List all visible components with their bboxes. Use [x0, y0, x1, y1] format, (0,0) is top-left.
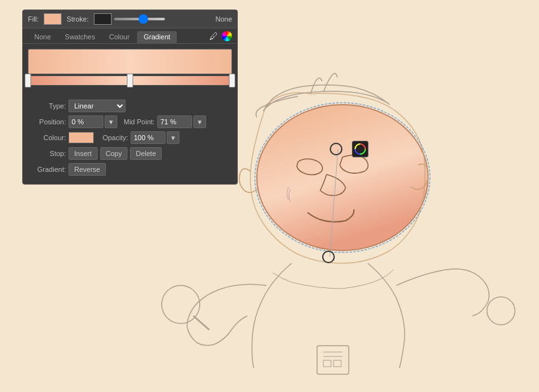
type-label: Type: [28, 102, 66, 110]
midpoint-label: Mid Point: [120, 118, 155, 126]
gradient-preview-area [23, 44, 237, 97]
color-wheel-icon[interactable] [222, 31, 232, 41]
opacity-dropdown[interactable]: ▼ [167, 131, 179, 144]
tab-gradient[interactable]: Gradient [137, 31, 176, 43]
opacity-control: ▼ [131, 131, 179, 144]
gradient-bar-container [28, 49, 232, 88]
top-bar: Fill: Stroke: None [23, 10, 237, 29]
gradient-handle-top[interactable] [330, 143, 342, 155]
fill-label: Fill: [28, 15, 39, 23]
colour-preview-swatch[interactable] [68, 132, 94, 143]
opacity-input[interactable] [131, 131, 166, 144]
gradient-stop-right[interactable] [229, 74, 235, 88]
insert-button[interactable]: Insert [68, 147, 98, 160]
gradient-handle-bottom[interactable] [322, 251, 335, 263]
stroke-width-slider[interactable] [114, 18, 165, 20]
colour-row: Colour: Opacity: ▼ [28, 131, 232, 144]
stop-row: Stop: Insert Copy Delete [28, 147, 232, 160]
midpoint-input[interactable] [157, 115, 192, 128]
gradient-track-area [28, 75, 232, 88]
stroke-area [94, 13, 211, 25]
none-label: None [216, 15, 232, 23]
stop-label: Stop: [28, 150, 66, 157]
gradient-stop-left[interactable] [25, 74, 31, 88]
reverse-button[interactable]: Reverse [68, 163, 106, 176]
type-row: Type: Linear Radial Conical Diamond [28, 100, 232, 112]
position-control: ▼ [68, 115, 117, 128]
position-dropdown[interactable]: ▼ [105, 115, 117, 128]
tab-none[interactable]: None [28, 31, 57, 43]
tab-colour[interactable]: Colour [103, 31, 136, 43]
gradient-stop-mid[interactable] [127, 74, 133, 88]
eyedropper-icon[interactable]: 🖊 [209, 31, 218, 41]
position-input[interactable] [68, 115, 103, 128]
stroke-label: Stroke: [67, 15, 89, 23]
midpoint-control: ▼ [157, 115, 206, 128]
copy-button[interactable]: Copy [100, 147, 128, 160]
gradient-panel: Fill: Stroke: None None Swatches Colour … [22, 10, 238, 185]
stroke-color-swatch[interactable] [94, 13, 112, 25]
colour-label: Colour: [28, 134, 66, 141]
svg-point-1 [257, 105, 428, 251]
fill-color-swatch[interactable] [44, 13, 62, 25]
stroke-slider-container [114, 18, 165, 20]
opacity-label: Opacity: [96, 134, 128, 141]
gradient-label: Gradient: [28, 166, 66, 173]
tab-bar: None Swatches Colour Gradient 🖊 [23, 29, 237, 44]
color-tool-icon[interactable] [352, 141, 368, 157]
delete-button[interactable]: Delete [130, 147, 162, 160]
tab-swatches[interactable]: Swatches [58, 31, 101, 43]
position-label: Position: [28, 118, 66, 126]
panel-fields: Type: Linear Radial Conical Diamond Posi… [23, 97, 237, 184]
gradient-row: Gradient: Reverse [28, 163, 232, 176]
gradient-display [28, 49, 232, 74]
midpoint-dropdown[interactable]: ▼ [193, 115, 206, 128]
position-row: Position: ▼ Mid Point: ▼ [28, 115, 232, 128]
type-select[interactable]: Linear Radial Conical Diamond [68, 100, 126, 112]
